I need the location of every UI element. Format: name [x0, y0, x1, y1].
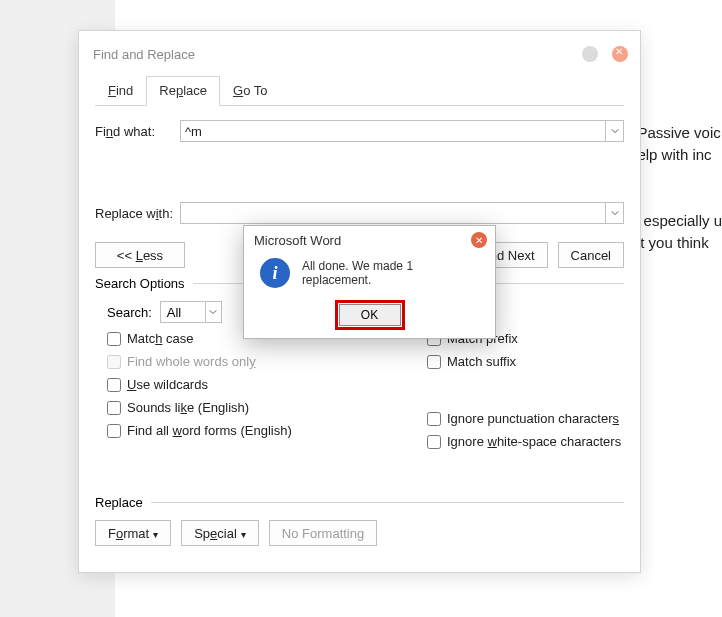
ok-button[interactable]: OK	[339, 304, 401, 326]
whole-words-label: Find whole words only	[127, 354, 256, 369]
caret-down-icon: ▾	[153, 529, 158, 540]
cancel-button[interactable]: Cancel	[558, 242, 624, 268]
tab-replace[interactable]: Replace	[146, 76, 220, 106]
less-button[interactable]: << Less	[95, 242, 185, 268]
tab-find[interactable]: Find	[95, 76, 146, 106]
chevron-down-icon[interactable]	[205, 302, 221, 322]
search-direction-label: Search:	[107, 305, 152, 320]
whole-words-checkbox	[107, 355, 121, 369]
ignore-punct-checkbox[interactable]	[427, 412, 441, 426]
wildcards-label: Use wildcards	[127, 377, 208, 392]
msgbox-text: All done. We made 1 replacement.	[302, 259, 485, 287]
special-button[interactable]: Special▾	[181, 520, 259, 546]
document-text: . Passive voic help with inc 's especial…	[629, 122, 722, 254]
sounds-like-label: Sounds like (English)	[127, 400, 249, 415]
replace-with-label: Replace with:	[95, 206, 180, 221]
match-case-checkbox[interactable]	[107, 332, 121, 346]
find-what-label: Find what:	[95, 124, 180, 139]
find-value: ^m	[185, 124, 202, 139]
close-icon[interactable]	[612, 46, 628, 62]
ignore-ws-checkbox[interactable]	[427, 435, 441, 449]
match-case-label: Match case	[127, 331, 193, 346]
msgbox-title: Microsoft Word	[254, 233, 341, 248]
dialog-title: Find and Replace	[93, 47, 195, 62]
help-icon[interactable]	[582, 46, 598, 62]
ignore-ws-label: Ignore white-space characters	[447, 434, 621, 449]
chevron-down-icon[interactable]	[605, 121, 623, 141]
search-direction-select[interactable]: All	[160, 301, 222, 323]
replace-with-input[interactable]	[180, 202, 624, 224]
tab-goto[interactable]: Go To	[220, 76, 280, 106]
info-icon: i	[260, 258, 290, 288]
match-suffix-checkbox[interactable]	[427, 355, 441, 369]
caret-down-icon: ▾	[241, 529, 246, 540]
message-box: Microsoft Word ✕ i All done. We made 1 r…	[243, 225, 496, 339]
search-options-label: Search Options	[95, 276, 185, 291]
wildcards-checkbox[interactable]	[107, 378, 121, 392]
find-what-input[interactable]: ^m	[180, 120, 624, 142]
tab-bar: Find Replace Go To	[95, 75, 624, 106]
word-forms-checkbox[interactable]	[107, 424, 121, 438]
replace-section-label: Replace	[95, 495, 143, 510]
match-suffix-label: Match suffix	[447, 354, 516, 369]
format-button[interactable]: Format▾	[95, 520, 171, 546]
word-forms-label: Find all word forms (English)	[127, 423, 292, 438]
no-formatting-button: No Formatting	[269, 520, 377, 546]
msgbox-close-icon[interactable]: ✕	[471, 232, 487, 248]
chevron-down-icon[interactable]	[605, 203, 623, 223]
ok-highlight: OK	[335, 300, 405, 330]
ignore-punct-label: Ignore punctuation characters	[447, 411, 619, 426]
sounds-like-checkbox[interactable]	[107, 401, 121, 415]
